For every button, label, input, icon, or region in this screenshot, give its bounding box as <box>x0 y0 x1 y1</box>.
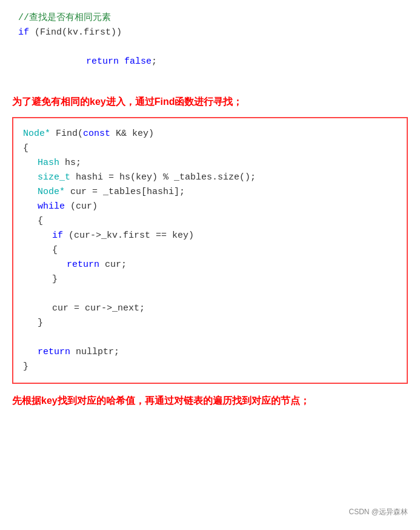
if-cond-inner: (cur->_kv.first == key) <box>63 229 194 243</box>
code-line-if-brace-close: } <box>23 272 397 287</box>
hashi-assign: hashi = hs(key) % _tables.size(); <box>70 170 256 185</box>
if-line: if (Find(kv.first)) <box>18 25 408 40</box>
page-container: //查找是否有相同元素 if (Find(kv.first)) return f… <box>0 0 420 530</box>
code-line-signature: Node* Find(const K& key) <box>23 127 397 141</box>
code-line-func-close: } <box>23 360 397 374</box>
cur-next-assign: cur = cur->_next; <box>52 301 145 316</box>
return-keyword-null: return <box>38 345 70 360</box>
while-open-brace: { <box>38 214 43 229</box>
nullptr-val: nullptr; <box>70 345 119 360</box>
top-code-block: //查找是否有相同元素 if (Find(kv.first)) return f… <box>12 11 408 84</box>
hash-type: Hash <box>38 156 59 170</box>
return-cur: cur; <box>99 258 127 272</box>
node-type: Node* <box>23 127 50 141</box>
while-close-brace: } <box>38 316 43 330</box>
code-line-while-brace-close: } <box>23 316 397 330</box>
blank-line-2 <box>23 330 397 345</box>
const-kw: const <box>83 127 110 141</box>
code-line-return-cur: return cur; <box>23 258 397 272</box>
if-condition: (Find(kv.first)) <box>35 25 122 40</box>
func-close-brace: } <box>23 360 28 374</box>
code-line-if-inner: if (cur->_kv.first == key) <box>23 229 397 243</box>
code-line-return-null: return nullptr; <box>23 345 397 360</box>
blank-line-1 <box>23 287 397 301</box>
if-open-brace: { <box>52 243 58 258</box>
code-line-if-brace-open: { <box>23 243 397 258</box>
return-keyword: return false; <box>18 40 157 84</box>
annotation1: 为了避免有相同的key进入，通过Find函数进行寻找； <box>12 93 408 110</box>
code-line-while-brace-open: { <box>23 214 397 229</box>
while-condition: (cur) <box>65 200 98 214</box>
code-line-hashi: size_t hashi = hs(key) % _tables.size(); <box>23 170 397 185</box>
if-close-brace: } <box>52 272 58 287</box>
comment-text: //查找是否有相同元素 <box>18 11 111 25</box>
hash-var: hs; <box>59 156 81 170</box>
annotation2: 先根据key找到对应的哈希值，再通过对链表的遍历找到对应的节点； <box>12 392 408 409</box>
find-func: Find( <box>50 127 83 141</box>
code-line-hash: Hash hs; <box>23 156 397 170</box>
code-line-cur-next: cur = cur->_next; <box>23 301 397 316</box>
sizet-type: size_t <box>38 170 70 185</box>
node-type-2: Node* <box>38 185 65 200</box>
watermark: CSDN @远异森林 <box>348 506 408 518</box>
code-line-while: while (cur) <box>23 200 397 214</box>
return-false-line: return false; <box>18 40 408 84</box>
param: K& key) <box>110 127 154 141</box>
code-line-open-brace-1: { <box>23 141 397 156</box>
cur-assign: cur = _tables[hashi]; <box>65 185 185 200</box>
return-keyword-inner: return <box>67 258 99 272</box>
if-keyword: if <box>18 25 35 40</box>
if-keyword-inner: if <box>52 229 63 243</box>
comment-line: //查找是否有相同元素 <box>18 11 408 25</box>
find-function-box: Node* Find(const K& key) { Hash hs; size… <box>12 117 408 384</box>
open-brace-1: { <box>23 141 28 156</box>
while-keyword: while <box>38 200 65 214</box>
code-line-cur: Node* cur = _tables[hashi]; <box>23 185 397 200</box>
